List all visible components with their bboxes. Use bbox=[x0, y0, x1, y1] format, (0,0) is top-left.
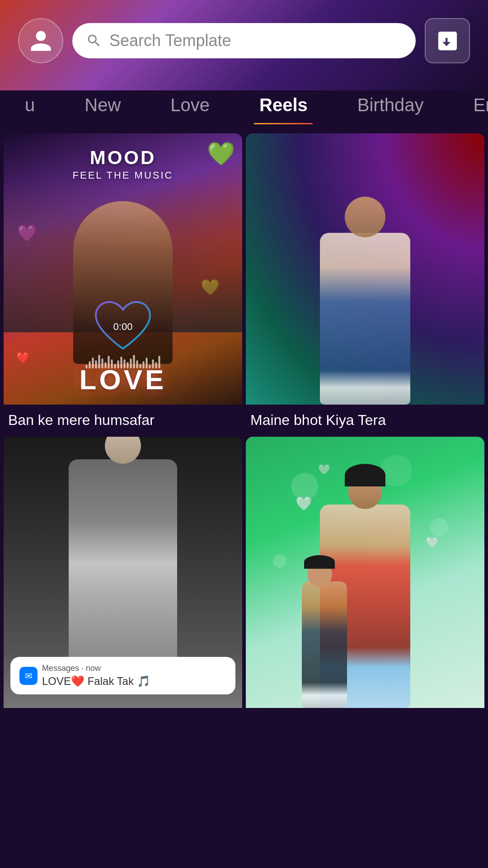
notif-message: LOVE❤️ Falak Tak 🎵 bbox=[42, 674, 150, 688]
tab-emotion[interactable]: Emotion bbox=[449, 86, 488, 124]
template-card-4[interactable]: 🤍 🤍 🤍 bbox=[246, 437, 484, 720]
tab-bar: u New Love Reels Birthday Emotion bbox=[0, 77, 488, 124]
card4-figures-area bbox=[297, 473, 433, 708]
card1-label: Ban ke mere humsafar bbox=[4, 405, 242, 433]
card3-notification: ✉ Messages · now LOVE❤️ Falak Tak 🎵 bbox=[10, 657, 235, 694]
notif-app-icon: ✉ bbox=[19, 667, 38, 685]
card1-favorite[interactable]: 💚 bbox=[207, 141, 235, 167]
template-card-2[interactable]: Maine bhot Kiya Tera bbox=[246, 133, 484, 433]
card1-deco-heart-small: ❤️ bbox=[16, 351, 30, 364]
profile-button[interactable] bbox=[18, 18, 63, 63]
tab-love[interactable]: Love bbox=[145, 86, 235, 124]
card4-label bbox=[246, 708, 484, 720]
card2-figure bbox=[306, 188, 424, 405]
search-icon bbox=[86, 33, 102, 49]
search-input[interactable]: Search Template bbox=[109, 31, 231, 50]
card1-timer: 0:00 bbox=[113, 321, 133, 333]
notif-app-name: Messages · now bbox=[42, 663, 150, 674]
tab-reels[interactable]: Reels bbox=[235, 86, 333, 124]
template-card-3[interactable]: ✉ Messages · now LOVE❤️ Falak Tak 🎵 bbox=[4, 437, 242, 720]
bokeh-2 bbox=[430, 518, 448, 536]
card2-person-area bbox=[246, 133, 484, 405]
template-card-1[interactable]: MOOD FEEL THE MUSIC 💜 💛 bbox=[4, 133, 242, 433]
header: Search Template bbox=[0, 0, 488, 77]
card1-mood-title: MOOD bbox=[4, 147, 242, 169]
search-bar[interactable]: Search Template bbox=[72, 23, 416, 58]
templates-grid: MOOD FEEL THE MUSIC 💜 💛 bbox=[0, 124, 488, 729]
card2-label: Maine bhot Kiya Tera bbox=[246, 405, 484, 433]
card3-person-area bbox=[69, 459, 177, 667]
card3-label bbox=[4, 708, 242, 720]
card1-heart-container: 0:00 bbox=[89, 297, 157, 357]
download-button[interactable] bbox=[425, 18, 470, 63]
bokeh-4 bbox=[273, 554, 286, 568]
notif-content: Messages · now LOVE❤️ Falak Tak 🎵 bbox=[42, 663, 150, 688]
card1-love-text: LOVE bbox=[4, 363, 242, 396]
tab-u[interactable]: u bbox=[0, 86, 60, 124]
tab-new[interactable]: New bbox=[60, 86, 145, 124]
tab-birthday[interactable]: Birthday bbox=[333, 86, 449, 124]
